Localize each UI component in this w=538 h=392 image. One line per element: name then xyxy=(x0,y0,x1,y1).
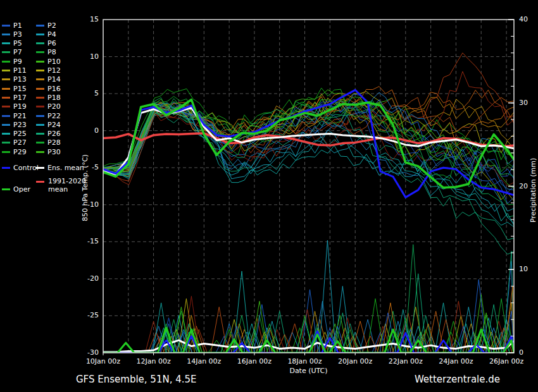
legend-label-climate: 1991-2020 mean xyxy=(48,177,99,193)
legend-item-p3: P3 xyxy=(2,30,22,39)
legend-swatch-p4 xyxy=(36,34,44,35)
legend-swatch-p1 xyxy=(2,25,10,27)
legend-label-p13: P13 xyxy=(13,75,27,83)
y-right-axis-title: Precipitation (mm) xyxy=(529,158,537,223)
legend-swatch-p30 xyxy=(36,151,44,153)
legend-item-p17: P17 xyxy=(2,93,27,102)
legend-label-p4: P4 xyxy=(47,30,56,39)
y-left-tick-label: -10 xyxy=(77,201,99,209)
meteogram-page: Brussels (BE) 850 hPa Temp. & Precipitat… xyxy=(0,0,538,392)
legend-item-p29: P29 xyxy=(2,147,27,156)
legend-item-p4: P4 xyxy=(36,30,56,39)
legend-swatch-p8 xyxy=(36,51,44,53)
y-left-tick-label: -30 xyxy=(77,349,99,357)
legend-label-p24: P24 xyxy=(47,121,61,129)
legend-label-p6: P6 xyxy=(47,39,56,47)
legend-swatch-p29 xyxy=(2,151,10,153)
legend-swatch-p18 xyxy=(36,97,44,99)
legend-label-p22: P22 xyxy=(47,112,61,120)
legend-item-p6: P6 xyxy=(36,39,56,48)
legend-swatch-p27 xyxy=(2,142,10,144)
legend-item-control: Control xyxy=(2,163,39,172)
legend-label-p28: P28 xyxy=(47,138,61,147)
legend-item-p19: P19 xyxy=(2,102,27,111)
legend-item-p27: P27 xyxy=(2,138,27,147)
legend-label-p25: P25 xyxy=(13,130,27,138)
y-left-tick-label: -25 xyxy=(77,312,99,319)
legend-swatch-p23 xyxy=(2,124,10,126)
x-tick-label: 16Jan 00z xyxy=(232,358,277,365)
legend-swatch-p3 xyxy=(2,34,10,35)
legend-swatch-p10 xyxy=(36,61,44,63)
legend-label-p18: P18 xyxy=(47,94,61,102)
legend-swatch-p22 xyxy=(36,115,44,117)
legend-label-p20: P20 xyxy=(47,102,61,111)
legend-label-p7: P7 xyxy=(13,48,22,56)
y-left-tick-label: -5 xyxy=(77,164,99,171)
legend-swatch-climate xyxy=(36,181,44,183)
legend-swatch-p24 xyxy=(36,124,44,126)
legend-label-p3: P3 xyxy=(13,30,22,39)
legend-item-p26: P26 xyxy=(36,130,61,138)
legend-label-control: Control xyxy=(13,164,39,172)
legend-swatch-p11 xyxy=(2,70,10,71)
legend-swatch-p12 xyxy=(36,70,44,71)
legend-item-p24: P24 xyxy=(36,120,61,129)
legend-item-p9: P9 xyxy=(2,57,22,66)
x-tick-label: 26Jan 00z xyxy=(484,358,529,365)
legend-swatch-p19 xyxy=(2,106,10,107)
legend-swatch-p25 xyxy=(2,133,10,135)
legend-item-p21: P21 xyxy=(2,111,27,120)
legend-swatch-p21 xyxy=(2,115,10,117)
x-tick-label: 14Jan 00z xyxy=(182,358,226,365)
legend-item-p2: P2 xyxy=(36,21,56,30)
x-tick-label: 20Jan 00z xyxy=(333,358,377,365)
legend-label-p15: P15 xyxy=(13,85,27,93)
legend-label-p9: P9 xyxy=(13,58,22,66)
legend-label-p21: P21 xyxy=(13,112,27,120)
legend-label-p2: P2 xyxy=(47,21,56,30)
legend-item-p1: P1 xyxy=(2,21,22,30)
y-right-tick-label: 10 xyxy=(519,266,538,273)
y-left-tick-label: 0 xyxy=(77,127,99,135)
legend-swatch-p28 xyxy=(36,142,44,144)
legend-item-p8: P8 xyxy=(36,48,56,57)
legend-label-p16: P16 xyxy=(47,85,61,93)
y-left-tick-label: 10 xyxy=(77,53,99,61)
legend-label-p10: P10 xyxy=(47,58,61,66)
legend-label-oper: Oper xyxy=(13,185,30,193)
legend-swatch-p26 xyxy=(36,133,44,135)
legend-item-p23: P23 xyxy=(2,120,27,129)
legend-item-p28: P28 xyxy=(36,138,61,147)
x-tick-label: 18Jan 00z xyxy=(283,358,327,365)
legend-swatch-p20 xyxy=(36,106,44,107)
legend-item-p12: P12 xyxy=(36,66,61,75)
legend-item-p7: P7 xyxy=(2,48,22,57)
legend-item-p11: P11 xyxy=(2,66,27,75)
legend-item-p30: P30 xyxy=(36,147,61,156)
y-left-tick-label: 5 xyxy=(77,90,99,97)
x-tick-label: 10Jan 00z xyxy=(81,358,125,365)
legend-swatch-p17 xyxy=(2,97,10,99)
legend-label-p30: P30 xyxy=(47,148,61,156)
legend-label-p1: P1 xyxy=(13,21,22,30)
legend-swatch-p2 xyxy=(36,25,44,27)
y-left-tick-label: -15 xyxy=(77,238,99,245)
legend-swatch-p15 xyxy=(2,88,10,90)
legend-label-p5: P5 xyxy=(13,39,22,47)
legend-label-p14: P14 xyxy=(47,75,61,83)
legend-swatch-p7 xyxy=(2,51,10,53)
legend-item-p10: P10 xyxy=(36,57,61,66)
legend-label-p19: P19 xyxy=(13,102,27,111)
legend-swatch-control xyxy=(2,167,10,169)
legend-item-p5: P5 xyxy=(2,39,22,48)
y-right-tick-label: 20 xyxy=(519,183,538,190)
legend-item-p14: P14 xyxy=(36,75,61,84)
legend-label-p29: P29 xyxy=(13,148,27,156)
footer-branding: Wetterzentrale.de xyxy=(373,374,500,385)
legend-label-p8: P8 xyxy=(47,48,56,56)
legend-swatch-ens-mean xyxy=(36,167,44,169)
legend-item-p25: P25 xyxy=(2,130,27,138)
legend-item-p18: P18 xyxy=(36,93,61,102)
legend-item-p22: P22 xyxy=(36,111,61,120)
